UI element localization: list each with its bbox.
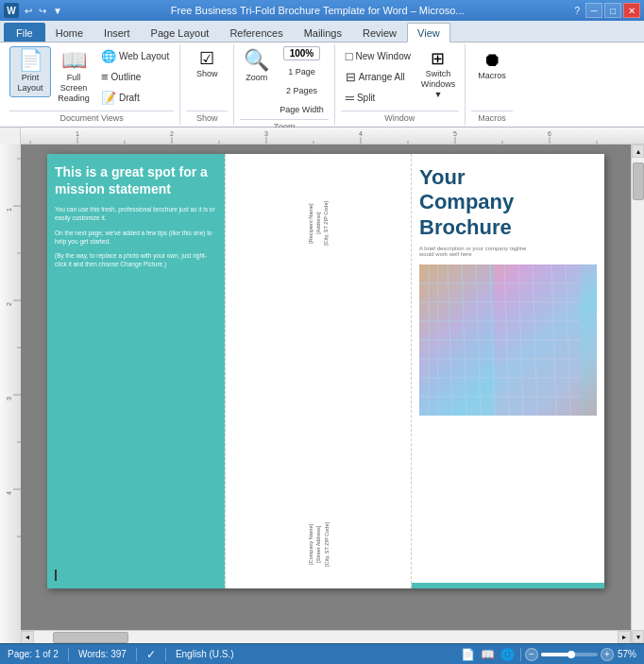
switch-windows-icon: ⊞ xyxy=(431,50,445,67)
svg-rect-54 xyxy=(495,264,580,416)
tab-review[interactable]: Review xyxy=(352,23,407,42)
main-area: 1 2 3 4 This is a great spot for a missi… xyxy=(0,145,644,643)
scroll-h-track xyxy=(34,631,618,644)
zoom-icon: 🔍 xyxy=(244,48,269,73)
zoom-handle[interactable] xyxy=(568,651,575,658)
language[interactable]: English (U.S.) xyxy=(176,649,234,659)
tab-file[interactable]: File xyxy=(4,23,45,42)
word-count[interactable]: Words: 397 xyxy=(78,649,127,659)
maximize-btn[interactable]: □ xyxy=(604,3,621,18)
status-sep-1 xyxy=(68,648,69,661)
arrange-all-label: Arrange All xyxy=(359,72,405,82)
tab-mailings[interactable]: Mailings xyxy=(294,23,352,42)
status-sep-3 xyxy=(165,648,166,661)
document-views-label: Document Views xyxy=(9,111,174,123)
mission-body-2: On the next page, we've added a few tips… xyxy=(55,229,217,246)
tab-page-layout[interactable]: Page Layout xyxy=(141,23,220,42)
zoom-page-width-button[interactable]: Page Width xyxy=(275,102,329,117)
show-label: Show xyxy=(196,69,218,79)
panel-3: YourCompanyBrochure A brief description … xyxy=(412,154,604,588)
new-window-button[interactable]: □ New Window xyxy=(341,46,415,66)
scroll-v-thumb[interactable] xyxy=(633,162,644,200)
company-title: YourCompanyBrochure xyxy=(419,165,597,240)
draft-button[interactable]: 📝 Draft xyxy=(96,88,174,108)
new-window-icon: □ xyxy=(346,49,353,63)
group-document-views-content: 📄 PrintLayout 📖 Full ScreenReading 🌐 Web… xyxy=(9,46,174,109)
horizontal-ruler: 1 2 3 4 5 6 xyxy=(21,128,644,144)
svg-text:2: 2 xyxy=(6,302,12,306)
tab-home[interactable]: Home xyxy=(45,23,93,42)
help-icon[interactable]: ? xyxy=(570,6,584,16)
minimize-btn[interactable]: ─ xyxy=(585,3,602,18)
zoom-button[interactable]: 🔍 Zoom xyxy=(240,46,273,84)
split-icon: ═ xyxy=(346,91,354,105)
view-mode-icons: 📄 📖 🌐 xyxy=(459,647,517,662)
macros-label: Macros xyxy=(478,71,506,81)
zoom-percent-status[interactable]: 57% xyxy=(618,649,636,659)
scroll-v-down-btn[interactable]: ▾ xyxy=(632,630,644,643)
svg-text:6: 6 xyxy=(548,130,551,137)
zoom-two-pages-button[interactable]: 2 Pages xyxy=(281,83,322,98)
vertical-ruler: 1 2 3 4 xyxy=(0,145,21,643)
scroll-v-track xyxy=(632,158,644,630)
window-small-col: □ New Window ⊟ Arrange All ═ Split xyxy=(341,46,415,108)
title-controls: ? ─ □ ✕ xyxy=(570,3,640,18)
web-layout-label: Web Layout xyxy=(119,51,169,61)
view-print-icon[interactable]: 📄 xyxy=(459,647,477,662)
address-bottom-text: [Company Name][Street Address][City, ST … xyxy=(307,522,330,567)
scroll-h-left-btn[interactable]: ◂ xyxy=(21,631,34,644)
tab-view[interactable]: View xyxy=(407,23,450,43)
switch-windows-button[interactable]: ⊞ SwitchWindows ▼ xyxy=(417,46,459,103)
zoom-slider: − + xyxy=(525,648,614,661)
full-screen-icon: 📖 xyxy=(61,50,87,71)
zoom-plus-btn[interactable]: + xyxy=(601,648,614,661)
draft-label: Draft xyxy=(119,93,140,103)
title-bar-left: W ↩ ↪ ▼ xyxy=(4,3,64,18)
view-web-icon[interactable]: 🌐 xyxy=(499,647,517,662)
macros-button[interactable]: ⏺ Macros xyxy=(471,46,513,85)
horizontal-scrollbar[interactable]: ◂ ▸ xyxy=(21,630,631,643)
word-logo: W xyxy=(4,3,19,18)
spell-check-icon[interactable]: ✓ xyxy=(146,648,156,661)
svg-text:5: 5 xyxy=(453,130,457,137)
document-area[interactable]: This is a great spot for a mission state… xyxy=(21,145,631,630)
page-document: This is a great spot for a mission state… xyxy=(47,154,604,588)
zoom-minus-btn[interactable]: − xyxy=(525,648,538,661)
status-sep-4 xyxy=(520,648,521,661)
group-window-content: □ New Window ⊟ Arrange All ═ Split ⊞ Swi… xyxy=(341,46,459,109)
arrange-all-button[interactable]: ⊟ Arrange All xyxy=(341,67,415,87)
vertical-scrollbar[interactable]: ▴ ▾ xyxy=(631,145,644,643)
outline-button[interactable]: ≡ Outline xyxy=(96,67,174,87)
zoom-percent-display[interactable]: 100% xyxy=(283,46,321,60)
view-read-icon[interactable]: 📖 xyxy=(479,647,497,662)
svg-text:1: 1 xyxy=(6,208,12,212)
outline-icon: ≡ xyxy=(101,70,109,84)
close-btn[interactable]: ✕ xyxy=(623,3,640,18)
full-screen-reading-button[interactable]: 📖 Full ScreenReading xyxy=(53,46,94,107)
scroll-h-right-btn[interactable]: ▸ xyxy=(618,631,631,644)
ribbon: 📄 PrintLayout 📖 Full ScreenReading 🌐 Web… xyxy=(0,43,644,128)
svg-rect-53 xyxy=(419,264,495,416)
zoom-track[interactable] xyxy=(541,653,598,656)
print-layout-button[interactable]: 📄 PrintLayout xyxy=(9,46,51,97)
scroll-v-up-btn[interactable]: ▴ xyxy=(632,145,644,158)
tab-references[interactable]: References xyxy=(219,23,293,42)
scroll-h-thumb[interactable] xyxy=(53,632,128,643)
window-title: Free Business Tri-Fold Brochure Template… xyxy=(64,5,571,16)
split-button[interactable]: ═ Split xyxy=(341,88,415,108)
print-layout-label: PrintLayout xyxy=(17,73,42,94)
svg-text:3: 3 xyxy=(264,130,268,137)
zoom-one-page-button[interactable]: 1 Page xyxy=(283,64,320,79)
redo-btn[interactable]: ↪ xyxy=(37,6,48,16)
svg-text:4: 4 xyxy=(359,130,363,137)
ruler-area: 1 2 3 4 5 6 xyxy=(0,128,644,145)
ribbon-tab-bar: File Home Insert Page Layout References … xyxy=(0,21,644,43)
undo-btn[interactable]: ↩ xyxy=(23,6,34,16)
show-button[interactable]: ☑ Show xyxy=(186,46,228,83)
address-bottom-block: [Company Name][Street Address][City, ST … xyxy=(307,522,330,567)
page-info[interactable]: Page: 1 of 2 xyxy=(8,649,59,659)
web-layout-button[interactable]: 🌐 Web Layout xyxy=(96,46,174,66)
qa-dropdown[interactable]: ▼ xyxy=(51,6,64,16)
panel-2: [Recipient Name][Address][City, ST ZIP C… xyxy=(226,154,412,588)
tab-insert[interactable]: Insert xyxy=(93,23,141,42)
